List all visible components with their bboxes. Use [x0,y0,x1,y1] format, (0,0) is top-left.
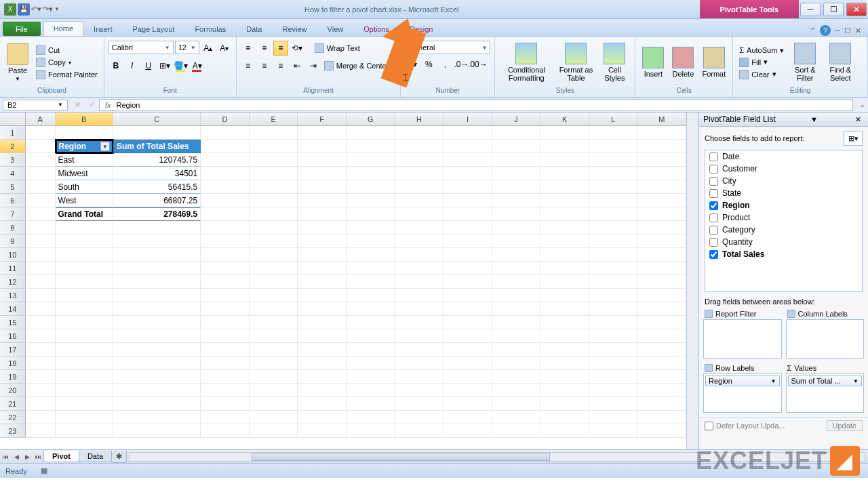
fx-icon[interactable]: fx [105,101,111,109]
field-item[interactable]: Date [705,150,862,163]
row-header[interactable]: 21 [0,397,26,411]
cell[interactable] [250,153,298,167]
cell[interactable] [492,153,541,167]
cell[interactable] [347,397,395,411]
cell[interactable] [589,397,638,411]
cell[interactable] [26,248,56,262]
row-header[interactable]: 20 [0,384,26,397]
cell[interactable] [26,384,56,397]
cell[interactable]: 120745.75 [113,153,201,167]
field-item[interactable]: Product [705,211,862,224]
row-header[interactable]: 2 [0,140,26,153]
cell[interactable] [540,329,589,343]
sheet-nav-last[interactable]: ⏭ [33,453,43,460]
cell[interactable] [113,357,201,370]
cell[interactable] [113,343,201,357]
cell[interactable] [250,302,298,316]
cell[interactable] [56,424,113,438]
comma-format-icon[interactable]: , [437,57,452,72]
cell[interactable] [201,302,250,316]
cell[interactable] [395,411,444,424]
sort-filter-button[interactable]: Sort & Filter [789,41,821,83]
cell[interactable] [201,221,250,235]
cell[interactable] [540,370,589,384]
cell[interactable] [201,275,250,289]
font-size-combo[interactable]: 12▼ [175,41,199,54]
cell[interactable] [637,207,686,221]
cell[interactable] [395,235,444,248]
cell[interactable] [201,357,250,370]
find-select-button[interactable]: Find & Select [824,41,856,83]
delete-cells-button[interactable]: Delete [669,45,696,79]
cell[interactable] [298,397,347,411]
cell[interactable] [492,180,541,194]
row-header[interactable]: 12 [0,275,26,289]
field-checkbox[interactable] [709,165,718,174]
cell[interactable] [26,275,56,289]
view-tab[interactable]: View [317,22,354,36]
cell[interactable]: 56415.5 [113,180,201,194]
cell[interactable] [395,207,444,221]
row-header[interactable]: 13 [0,289,26,302]
close-button[interactable]: ✕ [846,3,867,16]
cell[interactable] [201,329,250,343]
cell[interactable] [492,424,541,438]
cell[interactable] [347,153,395,167]
sheet-tab-data[interactable]: Data [79,451,112,462]
cell[interactable] [113,397,201,411]
cell[interactable] [395,126,444,140]
field-checkbox[interactable] [709,177,718,186]
col-E[interactable]: E [250,113,298,125]
cell[interactable] [298,302,347,316]
cell[interactable] [637,411,686,424]
copy-button[interactable]: Copy ▾ [34,57,100,68]
field-item[interactable]: Quantity [705,236,862,248]
cell[interactable] [540,424,589,438]
cell[interactable] [250,397,298,411]
cell[interactable] [492,289,541,302]
cell[interactable] [250,316,298,329]
excel-icon[interactable]: X [4,3,16,16]
cell[interactable] [298,248,347,262]
workbook-close-icon[interactable]: ✕ [855,26,861,35]
col-B[interactable]: B [56,113,113,125]
cell[interactable] [113,329,201,343]
cell[interactable] [395,153,444,167]
field-list-close-icon[interactable]: ✕ [852,115,864,124]
cell[interactable] [26,424,56,438]
increase-decimal-icon[interactable]: .0→ [454,57,469,72]
cell[interactable]: Sum of Total Sales [113,140,201,153]
row-header[interactable]: 18 [0,357,26,370]
cell[interactable] [201,397,250,411]
cell[interactable] [589,126,638,140]
cell[interactable] [56,302,113,316]
cell[interactable] [201,140,250,153]
cell[interactable] [395,329,444,343]
sheet-tab-pivot[interactable]: Pivot [43,451,79,462]
paste-button[interactable]: Paste ▼ [4,42,31,83]
cell[interactable] [443,248,492,262]
help-icon[interactable]: ? [820,25,831,36]
font-color-button[interactable]: A▾ [190,58,205,73]
cell[interactable]: Grand Total [56,207,113,221]
cell[interactable] [201,235,250,248]
col-K[interactable]: K [540,113,589,125]
row-labels-pill[interactable]: Region▼ [705,375,780,386]
macro-record-icon[interactable]: ▦ [41,466,47,475]
cell[interactable] [637,180,686,194]
cell[interactable] [443,370,492,384]
cell[interactable] [298,262,347,275]
cell[interactable] [492,343,541,357]
cell[interactable] [589,370,638,384]
cell[interactable] [56,126,113,140]
cell[interactable] [347,424,395,438]
cell[interactable] [201,289,250,302]
fill-button[interactable]: Fill ▾ [737,57,786,68]
cell[interactable] [395,167,444,180]
data-tab[interactable]: Data [236,22,272,36]
cell[interactable] [492,221,541,235]
cell[interactable] [540,235,589,248]
cell[interactable] [443,411,492,424]
cell[interactable] [201,207,250,221]
cell[interactable] [443,126,492,140]
